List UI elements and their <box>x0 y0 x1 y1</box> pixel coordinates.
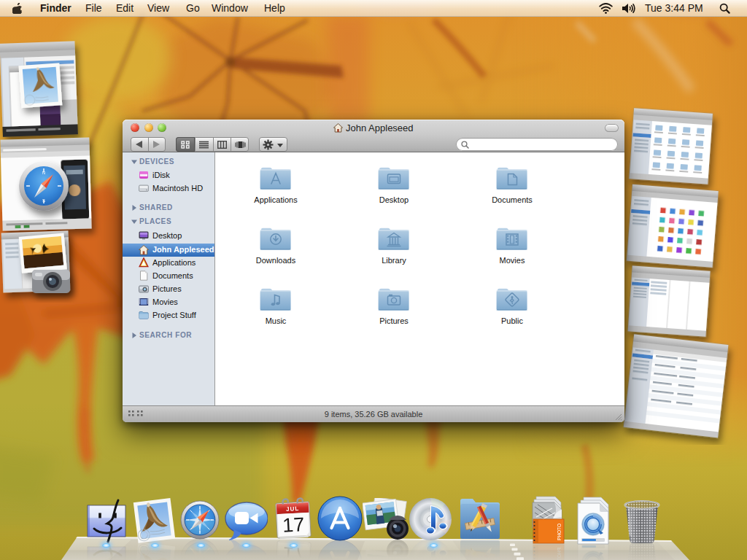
svg-text:S: S <box>42 198 45 203</box>
svg-text:N: N <box>42 171 45 175</box>
svg-text:17: 17 <box>282 513 306 537</box>
svg-text:JUL: JUL <box>286 505 300 513</box>
svg-text:PHOTO: PHOTO <box>557 524 562 540</box>
